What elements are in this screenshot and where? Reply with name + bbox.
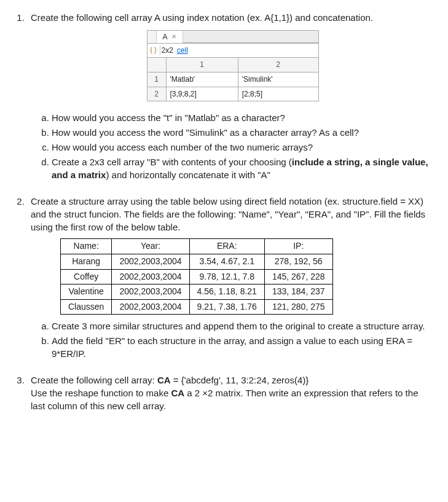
q3-line2-pre: Use the reshape function to make <box>31 388 171 398</box>
close-icon[interactable]: ✕ <box>171 33 176 41</box>
row-header: 1 <box>147 72 166 87</box>
q2-subparts: Create 3 more similar structures and app… <box>31 320 434 360</box>
dimension-row: { } 2x2 cell <box>147 43 319 57</box>
question-1: Create the following cell array A using … <box>27 11 434 181</box>
table-row: Harang 2002,2003,2004 3.54, 4.67, 2.1 27… <box>61 254 333 269</box>
cell: Harang <box>61 254 112 269</box>
tabbar-filler <box>183 31 318 43</box>
cell: Claussen <box>61 299 112 315</box>
cell: 278, 192, 56 <box>264 254 332 269</box>
grid-cell[interactable]: [3,9;8,2] <box>166 87 238 101</box>
q1d-post: ) and horizontally concatenate it with "… <box>106 170 270 180</box>
table-row: Name: Year: ERA: IP: <box>61 239 333 254</box>
question-list: Create the following cell array A using … <box>14 11 434 412</box>
viewer-tabbar: A ✕ <box>147 30 319 43</box>
col-header: IP: <box>264 239 332 254</box>
q2-text: Create a structure array using the table… <box>31 196 425 232</box>
q1b: How would you access the word "Simulink"… <box>52 126 434 139</box>
table-row: Valentine 2002,2003,2004 4.56, 1.18, 8.2… <box>61 284 333 300</box>
cell: 4.56, 1.18, 8.21 <box>189 284 264 300</box>
col-header: 1 <box>166 58 238 73</box>
q3-line1-bold: CA <box>157 375 171 385</box>
q1d-pre: Create a 2x3 cell array "B" with content… <box>52 157 292 167</box>
col-header: Name: <box>61 239 112 254</box>
col-header: Year: <box>112 239 189 254</box>
cell-array-icon: { } <box>147 45 160 55</box>
dim-text: 2x2 <box>160 45 173 56</box>
q1a: How would you access the "t" in "Matlab"… <box>52 111 434 124</box>
q3-line1-post: = {'abcdefg', 11, 3:2:24, zeros(4)} <box>171 375 309 385</box>
cell: 9.78, 12.1, 7.8 <box>189 269 264 284</box>
cell: Valentine <box>61 284 112 300</box>
cell-grid: 1 2 1 'Matlab' 'Simulink' 2 [3,9;8,2] [2… <box>147 57 319 101</box>
cell-type-link[interactable]: cell <box>173 45 188 56</box>
cell: 2002,2003,2004 <box>112 254 189 269</box>
row-header: 2 <box>147 87 166 101</box>
cell: 2002,2003,2004 <box>112 269 189 284</box>
cell: 145, 267, 228 <box>264 269 332 284</box>
q2b: Add the field "ER" to each structure in … <box>52 334 434 360</box>
question-3: Create the following cell array: CA = {'… <box>27 374 434 412</box>
grid-cell[interactable]: [2;8;5] <box>238 87 318 101</box>
matlab-variable-viewer: A ✕ { } 2x2 cell 1 2 1 'Matlab' <box>147 30 319 101</box>
cell: Coffey <box>61 269 112 284</box>
col-header: ERA: <box>189 239 264 254</box>
variable-tab-label: A <box>163 32 168 42</box>
cell: 2002,2003,2004 <box>112 299 189 315</box>
cell: 133, 184, 237 <box>264 284 332 300</box>
q3-line1-pre: Create the following cell array: <box>31 375 157 385</box>
table-row: Coffey 2002,2003,2004 9.78, 12.1, 7.8 14… <box>61 269 333 284</box>
col-header: 2 <box>238 58 318 73</box>
q3-line2-bold: CA <box>171 388 184 398</box>
q2a: Create 3 more similar structures and app… <box>52 320 434 332</box>
cell: 2002,2003,2004 <box>112 284 189 300</box>
cell: 9.21, 7.38, 1.76 <box>189 299 264 315</box>
variable-tab[interactable]: A ✕ <box>157 31 183 43</box>
q1-subparts: How would you access the "t" in "Matlab"… <box>31 111 434 181</box>
corner-cell <box>147 58 166 73</box>
cell: 121, 280, 275 <box>264 299 332 315</box>
table-row: Claussen 2002,2003,2004 9.21, 7.38, 1.76… <box>61 299 333 315</box>
q1d: Create a 2x3 cell array "B" with content… <box>52 155 434 181</box>
q1-text: Create the following cell array A using … <box>31 12 373 23</box>
question-2: Create a structure array using the table… <box>27 195 434 360</box>
cell: 3.54, 4.67, 2.1 <box>189 254 264 269</box>
q1c: How would you access each number of the … <box>52 141 434 154</box>
grid-cell[interactable]: 'Matlab' <box>166 72 238 87</box>
pitcher-table: Name: Year: ERA: IP: Harang 2002,2003,20… <box>60 238 333 315</box>
grid-cell[interactable]: 'Simulink' <box>238 72 318 87</box>
tabbar-spacer <box>147 31 157 43</box>
